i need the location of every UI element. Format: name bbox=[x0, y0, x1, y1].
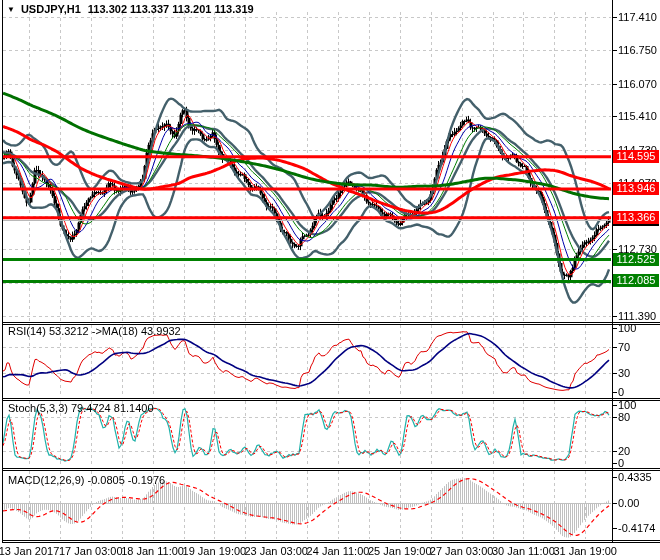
price-tick-label: 116.070 bbox=[618, 78, 657, 90]
chart-window: ▼ USDJPY,H1 113.302 113.337 113.201 113.… bbox=[0, 0, 660, 560]
rsi-tick-label: 70 bbox=[618, 341, 630, 353]
stoch-tick-label: 0 bbox=[618, 457, 624, 469]
chart-menu-triangle-icon[interactable]: ▼ bbox=[7, 4, 15, 15]
price-tick-label: 117.410 bbox=[618, 11, 657, 23]
macd-tick-label: 0.00 bbox=[618, 497, 639, 509]
symbol-period-label: USDJPY,H1 bbox=[21, 3, 81, 15]
stoch-tick-label: 80 bbox=[618, 411, 630, 423]
ohlc-values: 113.302 113.337 113.201 113.319 bbox=[88, 3, 254, 15]
level-price-badge: 112.525 bbox=[613, 253, 659, 266]
rsi-tick-label: 30 bbox=[618, 367, 630, 379]
rsi-indicator-label: RSI(14) 53.3212 ->MA(18) 43.9932 bbox=[8, 325, 181, 337]
macd-tick-label: 0.4335 bbox=[618, 471, 652, 483]
macd-indicator-label: MACD(12,26,9) -0.0805 -0.1976 bbox=[8, 474, 165, 486]
stoch-tick-label: 20 bbox=[618, 445, 630, 457]
rsi-tick-label: 100 bbox=[618, 322, 636, 334]
price-tick-label: 116.750 bbox=[618, 44, 657, 56]
level-price-badge: 113.946 bbox=[613, 182, 659, 195]
price-tick-label: 115.410 bbox=[618, 110, 657, 122]
x-axis-label: 31 Jan 19:00 bbox=[543, 545, 627, 557]
price-tick-label: 111.390 bbox=[618, 310, 656, 322]
chart-title: ▼ USDJPY,H1 113.302 113.337 113.201 113.… bbox=[7, 3, 254, 15]
stoch-tick-label: 100 bbox=[618, 399, 636, 411]
rsi-tick-label: 0 bbox=[618, 386, 624, 398]
stoch-indicator-label: Stoch(5,3,3) 79.4724 81.1400 bbox=[8, 402, 154, 414]
level-price-badge: 113.366 bbox=[613, 211, 659, 224]
macd-tick-label: -0.4174 bbox=[618, 522, 655, 534]
level-price-badge: 114.595 bbox=[613, 150, 659, 163]
level-price-badge: 112.085 bbox=[613, 274, 659, 287]
